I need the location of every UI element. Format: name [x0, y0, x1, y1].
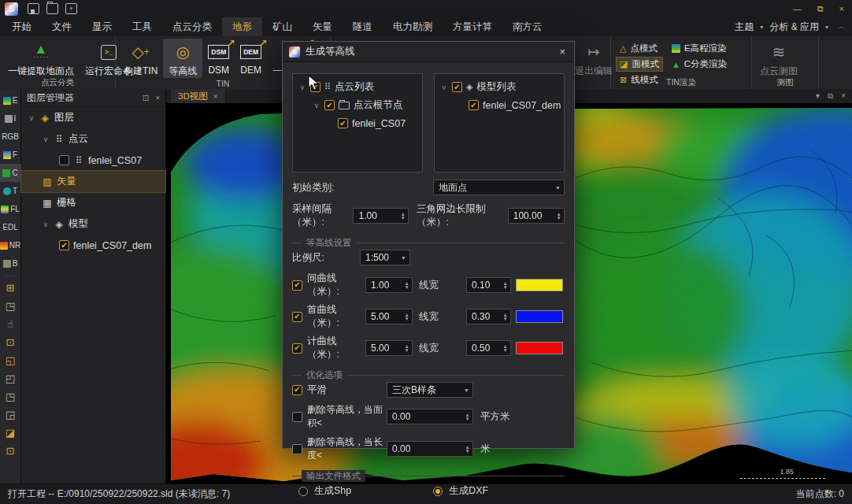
- smooth-method-dropdown[interactable]: 三次B样条: [387, 382, 473, 398]
- tab-3d-view[interactable]: 3D视图 ×: [171, 89, 225, 103]
- viewport-dropdown-icon[interactable]: ▾: [816, 91, 820, 101]
- tree-item-pointcloud[interactable]: ∨ ⠿ 点云: [21, 128, 165, 150]
- index-width-spinner[interactable]: 0.50: [466, 340, 511, 356]
- edge-limit-spinner[interactable]: 100.00: [508, 208, 565, 224]
- layer-checkbox[interactable]: [59, 155, 69, 165]
- menu-tools[interactable]: 工具: [122, 17, 162, 36]
- elevation-render-tool[interactable]: E: [0, 91, 21, 109]
- pc-leaf-checkbox[interactable]: [338, 118, 348, 128]
- build-tin-button[interactable]: ◇+ 构建TIN: [118, 39, 163, 78]
- dialog-title-bar[interactable]: S 生成等高线 ×: [283, 42, 574, 62]
- initial-class-dropdown[interactable]: 地面点: [433, 180, 565, 195]
- rgb-render-tool[interactable]: RGB: [0, 128, 21, 146]
- time-render-tool[interactable]: T: [0, 182, 21, 200]
- viewport-close-icon[interactable]: ×: [841, 91, 846, 101]
- new-file-icon[interactable]: +: [65, 3, 77, 14]
- model-leaf-checkbox[interactable]: [469, 100, 479, 110]
- floor-render-tool[interactable]: F: [0, 146, 21, 164]
- view-top-tool[interactable]: ⊡: [0, 333, 21, 351]
- spinner-arrows-icon[interactable]: [554, 212, 564, 220]
- intensity-render-tool[interactable]: I: [0, 109, 21, 128]
- spinner-arrows-icon[interactable]: [402, 344, 412, 352]
- menu-file[interactable]: 文件: [42, 17, 82, 36]
- tree-item-model-file[interactable]: fenlei_CS07_dem: [21, 235, 165, 256]
- view-front-tool[interactable]: ◱: [0, 351, 21, 369]
- spinner-arrows-icon[interactable]: [463, 413, 472, 421]
- pc-node-checkbox[interactable]: [324, 100, 335, 110]
- spinner-arrows-icon[interactable]: [501, 281, 510, 289]
- elevation-render-button[interactable]: E高程渲染: [669, 42, 730, 55]
- primary-width-spinner[interactable]: 0.30: [466, 309, 511, 324]
- analysis-app-menu[interactable]: 分析 & 应用: [766, 20, 822, 34]
- menu-volume[interactable]: 方量计算: [443, 17, 502, 36]
- open-folder-icon[interactable]: [46, 3, 58, 14]
- length-threshold-spinner[interactable]: 0.00: [387, 441, 473, 457]
- minimize-button[interactable]: —: [793, 4, 802, 13]
- select-box-tool[interactable]: ⊞: [0, 279, 21, 297]
- theme-menu[interactable]: 主题: [732, 20, 757, 34]
- scale-dropdown[interactable]: 1:500: [360, 250, 410, 265]
- edl-render-tool[interactable]: EDL: [0, 218, 21, 236]
- spinner-arrows-icon[interactable]: [398, 212, 408, 220]
- dem-button[interactable]: ↗DEM DEM: [235, 39, 267, 76]
- view-bottom-tool[interactable]: ◪: [0, 424, 21, 442]
- menu-mine[interactable]: 矿山: [262, 17, 302, 36]
- tab-close-icon[interactable]: ×: [213, 92, 218, 101]
- tree-item-raster[interactable]: ▦ 栅格: [21, 192, 165, 213]
- fl-render-tool[interactable]: FL: [0, 200, 21, 218]
- model-tree-root[interactable]: ∨ ◈ 模型列表: [439, 78, 560, 96]
- face-mode-button[interactable]: ◪面模式: [617, 57, 662, 71]
- spinner-arrows-icon[interactable]: [501, 344, 510, 352]
- index-interval-spinner[interactable]: 5.00: [365, 340, 413, 356]
- intermediate-contour-checkbox[interactable]: [292, 280, 302, 291]
- view-back-tool[interactable]: ◰: [0, 369, 21, 387]
- clip-box-tool[interactable]: ◳: [0, 297, 21, 315]
- spinner-arrows-icon[interactable]: [501, 313, 510, 321]
- shp-radio[interactable]: [298, 487, 308, 496]
- area-threshold-spinner[interactable]: 0.00: [387, 409, 473, 424]
- close-button[interactable]: ×: [839, 4, 844, 13]
- save-icon[interactable]: [28, 3, 39, 14]
- contour-button[interactable]: ◎ 等高线: [163, 39, 202, 78]
- viewport-float-icon[interactable]: ⧉: [828, 91, 833, 101]
- blend-render-tool[interactable]: B: [0, 254, 21, 272]
- spinner-arrows-icon[interactable]: [463, 445, 472, 453]
- spinner-arrows-icon[interactable]: [402, 313, 412, 321]
- primary-interval-spinner[interactable]: 5.00: [365, 309, 413, 324]
- primary-contour-checkbox[interactable]: [292, 312, 302, 322]
- dsm-button[interactable]: ↗DSM DSM: [202, 39, 235, 76]
- model-tree-leaf[interactable]: fenlei_CS07_dem: [439, 96, 560, 114]
- normal-render-tool[interactable]: NR: [0, 236, 21, 254]
- full-extent-tool[interactable]: ⊡: [0, 442, 21, 460]
- tree-item-model[interactable]: ∨ ◈ 模型: [21, 213, 165, 235]
- index-color-swatch[interactable]: [516, 342, 563, 354]
- intermediate-interval-spinner[interactable]: 1.00: [365, 277, 413, 293]
- collapse-ribbon-icon[interactable]: ︿: [838, 21, 846, 32]
- menu-tunnel[interactable]: 隧道: [343, 17, 383, 36]
- pc-tree-node[interactable]: ∨ 点云根节点: [297, 96, 418, 114]
- tree-item-vector[interactable]: ▨ 矢量: [21, 171, 165, 192]
- view-left-tool[interactable]: ◳: [0, 387, 21, 406]
- intermediate-color-swatch[interactable]: [516, 279, 563, 291]
- menu-start[interactable]: 开始: [2, 17, 42, 36]
- menu-southcloud[interactable]: 南方云: [502, 17, 553, 36]
- caret-down-icon[interactable]: ∨: [28, 114, 35, 122]
- smooth-checkbox[interactable]: [292, 385, 302, 395]
- menu-vector[interactable]: 矢量: [302, 17, 343, 36]
- menu-power-survey[interactable]: 电力勘测: [383, 17, 443, 36]
- pin-panel-icon[interactable]: ⊡: [143, 94, 149, 102]
- model-root-checkbox[interactable]: [452, 82, 462, 92]
- caret-down-icon[interactable]: ∨: [298, 83, 306, 91]
- view-right-tool[interactable]: ◲: [0, 406, 21, 424]
- menu-terrain[interactable]: 地形: [222, 17, 262, 36]
- tree-item-layers[interactable]: ∨ ◈ 图层: [21, 107, 165, 128]
- spinner-arrows-icon[interactable]: [402, 281, 412, 289]
- exit-edit-button[interactable]: ↦ 退出编辑: [575, 39, 613, 78]
- extract-ground-button[interactable]: ▲ 一键提取地面点: [2, 39, 80, 78]
- menu-display[interactable]: 显示: [82, 17, 122, 36]
- dialog-close-button[interactable]: ×: [557, 46, 568, 57]
- caret-down-icon[interactable]: ∨: [313, 102, 320, 109]
- menu-pointcloud-classify[interactable]: 点云分类: [162, 17, 222, 36]
- classification-render-tool[interactable]: C: [0, 164, 21, 182]
- primary-color-swatch[interactable]: [516, 310, 563, 323]
